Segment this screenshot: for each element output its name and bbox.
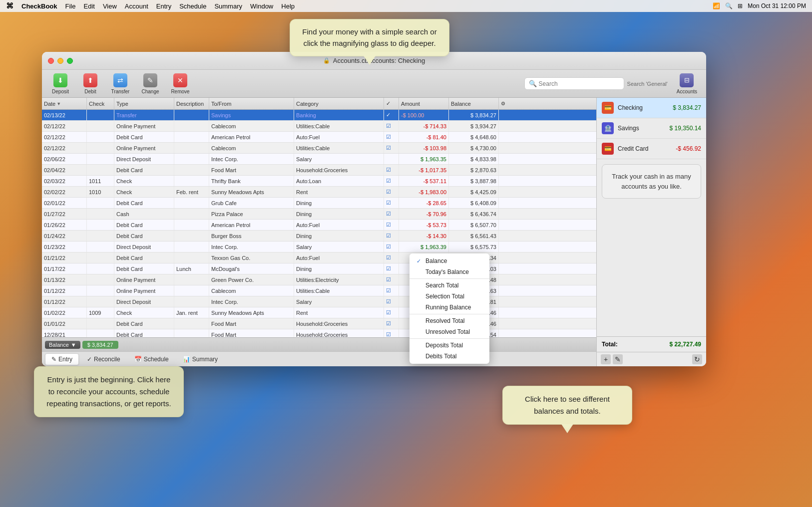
- tab-reconcile[interactable]: ✓ Reconcile: [81, 354, 126, 365]
- menu-entry[interactable]: Entry: [156, 2, 171, 10]
- app-menu[interactable]: CheckBook: [21, 2, 57, 10]
- tx-desc: [174, 253, 209, 263]
- table-row[interactable]: 02/12/22 Online Payment Cablecom Utiliti…: [42, 143, 596, 154]
- refresh-button[interactable]: ↻: [692, 354, 702, 364]
- transfer-button[interactable]: ⇄ Transfer: [107, 71, 134, 96]
- table-row[interactable]: 01/12/22 Online Payment Cablecom Utiliti…: [42, 285, 596, 296]
- tab-schedule[interactable]: 📅 Schedule: [128, 354, 175, 365]
- tx-date: 02/06/22: [42, 154, 87, 164]
- tx-check: [87, 263, 114, 274]
- col-cleared[interactable]: ✓: [384, 98, 399, 109]
- tx-cleared: [384, 154, 399, 164]
- sidebar-account-credit[interactable]: 💳 Credit Card -$ 456.92: [597, 139, 706, 159]
- tx-tofrom: McDougal's: [209, 263, 294, 274]
- accounts-button[interactable]: ⊟ Accounts: [673, 71, 701, 96]
- tx-balance: $ 3,834.27: [449, 110, 499, 120]
- sidebar-account-savings[interactable]: 🏦 Savings $ 19,350.14: [597, 118, 706, 139]
- maximize-button[interactable]: [67, 58, 73, 64]
- edit-account-button[interactable]: ✎: [613, 354, 623, 364]
- tx-desc: [174, 318, 209, 329]
- tab-entry[interactable]: ✎ Entry: [45, 353, 79, 365]
- menu-summary[interactable]: Summary: [214, 2, 242, 10]
- table-row[interactable]: 01/21/22 Debit Card Texxon Gas Co. Auto:…: [42, 253, 596, 263]
- apple-menu[interactable]: ⌘: [6, 1, 13, 10]
- deposit-button[interactable]: ⬇ Deposit: [47, 71, 74, 96]
- balance-dropdown[interactable]: Balance ▼: [45, 341, 80, 349]
- tx-type: Debit Card: [114, 263, 174, 274]
- tx-tofrom: Thrifty Bank: [209, 176, 294, 186]
- col-balance[interactable]: Balance: [449, 98, 499, 109]
- tx-cleared: ☑: [384, 132, 399, 142]
- table-row[interactable]: 02/02/22 1010 Check Feb. rent Sunny Mead…: [42, 187, 596, 198]
- add-account-button[interactable]: +: [601, 354, 611, 364]
- tx-check: [87, 143, 114, 153]
- col-check[interactable]: Check: [87, 98, 114, 109]
- table-row[interactable]: 01/17/22 Debit Card Lunch McDougal's Din…: [42, 263, 596, 274]
- table-row[interactable]: 01/01/22 Debit Card Food Mart Household:…: [42, 318, 596, 329]
- search-menubar-icon[interactable]: 🔍: [725, 2, 733, 9]
- close-button[interactable]: [48, 58, 54, 64]
- table-row[interactable]: 01/12/22 Direct Deposit Intec Corp. Sala…: [42, 296, 596, 307]
- dropdown-resolved-total[interactable]: Resolved Total: [409, 315, 489, 326]
- table-row[interactable]: 02/03/22 1011 Check Thrifty Bank Auto:Lo…: [42, 176, 596, 187]
- col-type[interactable]: Type: [114, 98, 174, 109]
- table-row[interactable]: 01/02/22 1009 Check Jan. rent Sunny Mead…: [42, 307, 596, 318]
- entry-tooltip: Entry is just the beginning. Click here …: [34, 366, 184, 417]
- dropdown-separator: [409, 314, 489, 314]
- tx-check: [87, 110, 114, 120]
- col-amount[interactable]: Amount: [399, 98, 449, 109]
- tx-type: Debit Card: [114, 220, 174, 230]
- table-row[interactable]: 02/04/22 Debit Card Food Mart Household:…: [42, 165, 596, 176]
- change-icon: ✎: [143, 73, 157, 87]
- table-row[interactable]: 02/12/22 Online Payment Cablecom Utiliti…: [42, 121, 596, 132]
- tab-summary[interactable]: 📊 Summary: [177, 354, 224, 365]
- menu-view[interactable]: View: [103, 2, 117, 10]
- menu-schedule[interactable]: Schedule: [179, 2, 206, 10]
- table-row[interactable]: 02/12/22 Debit Card American Petrol Auto…: [42, 132, 596, 143]
- search-input[interactable]: [539, 80, 614, 87]
- tx-cleared: ☑: [384, 253, 399, 263]
- tx-balance: $ 4,648.60: [449, 132, 499, 142]
- main-window: 🔒 Accounts.cbaccounts: Checking ⬇ Deposi…: [42, 52, 706, 366]
- remove-button[interactable]: ✕ Remove: [167, 71, 194, 96]
- dropdown-todays-balance[interactable]: Today's Balance: [409, 266, 489, 277]
- search-bar[interactable]: 🔍: [524, 77, 624, 90]
- col-tofrom[interactable]: To/From: [209, 98, 294, 109]
- dropdown-search-total[interactable]: Search Total: [409, 280, 489, 291]
- dropdown-balance[interactable]: ✓ Balance: [409, 255, 489, 266]
- table-row[interactable]: 01/26/22 Debit Card American Petrol Auto…: [42, 220, 596, 231]
- change-button[interactable]: ✎ Change: [137, 71, 164, 96]
- table-row[interactable]: 01/13/22 Online Payment Green Power Co. …: [42, 274, 596, 285]
- table-row[interactable]: 02/01/22 Debit Card Grub Cafe Dining ☑ -…: [42, 198, 596, 209]
- dropdown-unresolved-total[interactable]: Unresolved Total: [409, 326, 489, 337]
- entry-tab-icon: ✎: [51, 356, 56, 363]
- tx-type: Transfer: [114, 110, 174, 120]
- dropdown-selection-total[interactable]: Selection Total: [409, 291, 489, 302]
- debit-button[interactable]: ⬆ Debit: [77, 71, 104, 96]
- col-desc[interactable]: Description: [174, 98, 209, 109]
- control-center-icon[interactable]: ⊞: [738, 2, 743, 9]
- tx-tofrom: Food Mart: [209, 329, 294, 337]
- col-date[interactable]: Date ▼: [42, 98, 87, 109]
- tx-extra: [499, 165, 510, 175]
- dropdown-running-balance[interactable]: Running Balance: [409, 302, 489, 313]
- dropdown-debits-total[interactable]: Debits Total: [409, 351, 489, 362]
- tx-check: [87, 329, 114, 337]
- tx-extra: [499, 318, 510, 329]
- menu-window[interactable]: Window: [250, 2, 273, 10]
- table-row[interactable]: 12/28/21 Debit Card Food Mart Household:…: [42, 329, 596, 337]
- minimize-button[interactable]: [57, 58, 63, 64]
- table-row[interactable]: 01/24/22 Debit Card Burger Boss Dining ☑…: [42, 231, 596, 242]
- table-row[interactable]: 01/27/22 Cash Pizza Palace Dining ☑ -$ 7…: [42, 209, 596, 220]
- menu-help[interactable]: Help: [281, 2, 295, 10]
- table-row[interactable]: 02/13/22 Transfer Savings Banking ✓ -$ 1…: [42, 110, 596, 121]
- table-row[interactable]: 01/23/22 Direct Deposit Intec Corp. Sala…: [42, 242, 596, 253]
- sidebar-account-checking[interactable]: 💳 Checking $ 3,834.27: [597, 98, 706, 118]
- tx-desc: [174, 110, 209, 120]
- menu-edit[interactable]: Edit: [83, 2, 94, 10]
- menu-account[interactable]: Account: [125, 2, 148, 10]
- menu-file[interactable]: File: [65, 2, 76, 10]
- col-category[interactable]: Category: [294, 98, 384, 109]
- dropdown-deposits-total[interactable]: Deposits Total: [409, 340, 489, 351]
- table-row[interactable]: 02/06/22 Direct Deposit Intec Corp. Sala…: [42, 154, 596, 165]
